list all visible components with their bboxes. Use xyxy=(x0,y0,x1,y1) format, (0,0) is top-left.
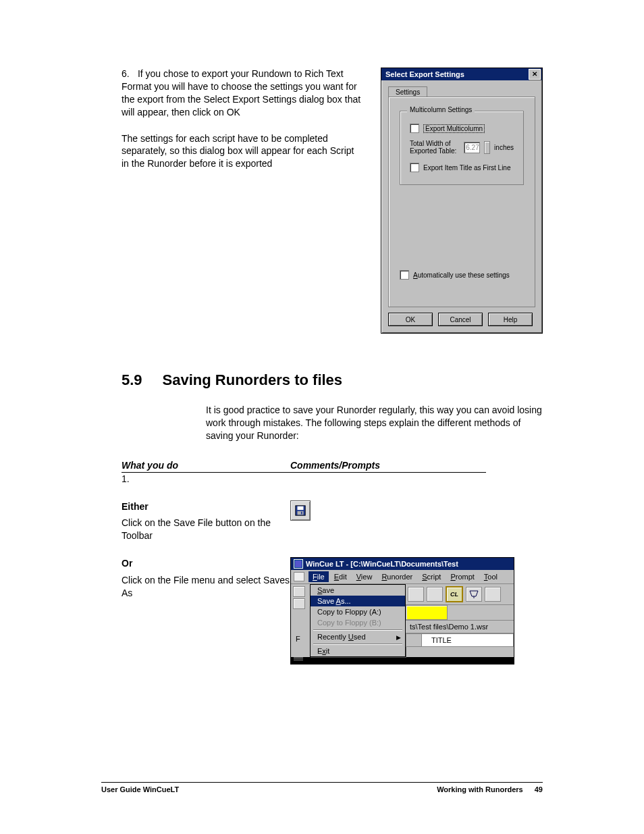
export-firstline-label: Export Item Title as First Line xyxy=(423,164,511,172)
step6-num: 6. xyxy=(122,68,135,80)
svg-marker-4 xyxy=(470,591,478,596)
either-label: Either xyxy=(122,500,290,513)
svg-rect-3 xyxy=(301,511,302,514)
export-multicolumn-checkbox[interactable] xyxy=(410,124,419,133)
export-multicolumn-label: Export Multicolumn xyxy=(423,124,485,133)
col-comments: Comments/Prompts xyxy=(290,460,486,473)
file-recently-used[interactable]: Recently Used▶ xyxy=(311,631,405,642)
cancel-button[interactable]: Cancel xyxy=(438,313,483,326)
select-export-settings-dialog: Select Export Settings ✕ Settings Multic… xyxy=(381,68,543,334)
toolbar-icon[interactable] xyxy=(427,587,443,602)
either-text: Click on the Save File button on the Too… xyxy=(122,517,290,542)
close-icon[interactable]: ✕ xyxy=(529,69,541,80)
toolbar-highlight[interactable] xyxy=(406,605,448,620)
prompter-icon xyxy=(469,590,479,598)
footer-right: Working with Runorders xyxy=(437,785,523,793)
export-firstline-checkbox[interactable] xyxy=(410,163,419,172)
width-input[interactable]: 6.27 xyxy=(464,142,480,153)
menu-script[interactable]: Script xyxy=(418,571,445,582)
col-what-you-do: What you do xyxy=(122,460,290,473)
group-legend: Multicolumn Settings xyxy=(407,106,475,113)
drag-handle-icon[interactable] xyxy=(294,657,303,661)
step-1-number: 1. xyxy=(122,473,290,486)
file-save[interactable]: Save xyxy=(311,585,405,596)
ok-button[interactable]: OK xyxy=(388,313,433,326)
svg-rect-2 xyxy=(298,511,304,514)
menu-runorder[interactable]: Runorder xyxy=(377,571,417,582)
menu-tool[interactable]: Tool xyxy=(480,571,502,582)
wincue-titlebar: WinCue LT - [C:\WinCueLT\Documents\Test xyxy=(291,558,514,570)
footer-left: User Guide WinCueLT xyxy=(101,785,179,793)
tab-settings[interactable]: Settings xyxy=(388,86,427,97)
section-title: Saving Runorders to files xyxy=(163,371,343,389)
menubar: File Edit View Runorder Script Prompt To… xyxy=(291,570,514,584)
step6-body: If you chose to export your Rundown to R… xyxy=(122,68,360,118)
step6-followup: The settings for each script have to be … xyxy=(122,132,369,171)
file-copy-a[interactable]: Copy to Floppy (A:) xyxy=(311,606,405,617)
path-display: ts\Test files\Demo 1.wsr xyxy=(406,621,514,633)
auto-settings-label: Automatically use these settings xyxy=(413,271,510,279)
row-header xyxy=(406,634,422,646)
help-button[interactable]: Help xyxy=(488,313,533,326)
toolbar-icon[interactable] xyxy=(485,587,501,602)
menu-prompt[interactable]: Prompt xyxy=(446,571,478,582)
or-label: Or xyxy=(122,557,290,570)
multicolumn-group: Multicolumn Settings Export Multicolumn … xyxy=(400,111,524,185)
width-label: Total Width of Exported Table: xyxy=(410,140,460,155)
file-copy-b: Copy to Floppy (B:) xyxy=(311,617,405,628)
app-icon xyxy=(294,559,303,569)
menu-file[interactable]: File xyxy=(308,571,329,582)
title-column-header: TITLE xyxy=(422,634,461,646)
width-unit: inches xyxy=(494,144,514,151)
dialog-titlebar: Select Export Settings ✕ xyxy=(381,68,542,80)
wincue-screenshot: WinCue LT - [C:\WinCueLT\Documents\Test … xyxy=(290,557,514,664)
save-toolbar-button[interactable] xyxy=(290,500,311,521)
auto-settings-checkbox[interactable] xyxy=(400,270,409,280)
file-exit[interactable]: Exit xyxy=(311,646,405,656)
menu-edit[interactable]: Edit xyxy=(330,571,351,582)
toolbar-icon[interactable] xyxy=(466,587,482,602)
toolbar-icon[interactable] xyxy=(293,598,305,609)
toolbar-icon[interactable] xyxy=(293,586,305,597)
width-spinner[interactable] xyxy=(484,141,490,154)
dialog-title: Select Export Settings xyxy=(385,70,527,78)
f-label: F xyxy=(293,635,308,643)
section-number: 5.9 xyxy=(122,371,142,389)
section-paragraph: It is good practice to save your Runorde… xyxy=(206,404,543,442)
floppy-icon xyxy=(294,504,306,517)
or-text: Click on the File menu and select Saves … xyxy=(122,574,290,600)
page-number: 49 xyxy=(535,785,543,793)
step6-text: 6. If you chose to export your Rundown t… xyxy=(122,68,369,119)
file-save-as[interactable]: Save As... xyxy=(311,596,405,606)
file-dropdown: Save Save As... Copy to Floppy (A:) Copy… xyxy=(310,584,406,657)
wincue-title-text: WinCue LT - [C:\WinCueLT\Documents\Test xyxy=(306,560,458,568)
document-icon xyxy=(294,572,304,581)
svg-rect-1 xyxy=(298,506,304,509)
toolbar-cl-icon[interactable]: CL xyxy=(446,586,463,602)
toolbar-icon[interactable] xyxy=(408,587,424,602)
page-footer: User Guide WinCueLT Working with Runorde… xyxy=(101,782,543,793)
menu-view[interactable]: View xyxy=(352,571,377,582)
